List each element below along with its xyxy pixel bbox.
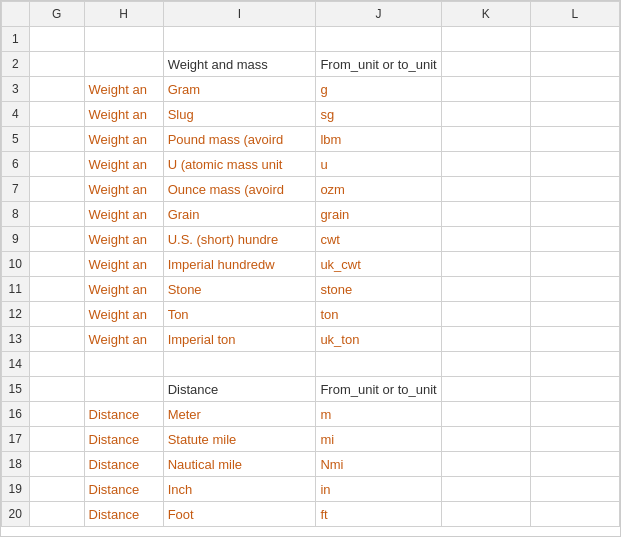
table-row[interactable]: 11Weight anStonestone bbox=[2, 277, 620, 302]
cell-g[interactable] bbox=[29, 252, 84, 277]
table-row[interactable]: 5Weight anPound mass (avoirdlbm bbox=[2, 127, 620, 152]
cell-l[interactable] bbox=[530, 127, 619, 152]
cell-g[interactable] bbox=[29, 502, 84, 527]
cell-i[interactable]: U.S. (short) hundre bbox=[163, 227, 316, 252]
table-row[interactable]: 20DistanceFootft bbox=[2, 502, 620, 527]
cell-l[interactable] bbox=[530, 277, 619, 302]
cell-i[interactable]: Ounce mass (avoird bbox=[163, 177, 316, 202]
table-row[interactable]: 14 bbox=[2, 352, 620, 377]
cell-i[interactable]: Slug bbox=[163, 102, 316, 127]
cell-l[interactable] bbox=[530, 152, 619, 177]
cell-k[interactable] bbox=[441, 227, 530, 252]
table-row[interactable]: 8Weight anGraingrain bbox=[2, 202, 620, 227]
table-row[interactable]: 17DistanceStatute milemi bbox=[2, 427, 620, 452]
cell-i[interactable]: Pound mass (avoird bbox=[163, 127, 316, 152]
cell-h[interactable]: Distance bbox=[84, 502, 163, 527]
cell-i[interactable]: Imperial ton bbox=[163, 327, 316, 352]
cell-h[interactable]: Weight an bbox=[84, 77, 163, 102]
table-row[interactable]: 4Weight anSlugsg bbox=[2, 102, 620, 127]
cell-j[interactable]: ft bbox=[316, 502, 441, 527]
cell-l[interactable] bbox=[530, 202, 619, 227]
cell-l[interactable] bbox=[530, 427, 619, 452]
cell-j[interactable]: g bbox=[316, 77, 441, 102]
cell-k[interactable] bbox=[441, 302, 530, 327]
cell-h[interactable] bbox=[84, 52, 163, 77]
cell-h[interactable]: Distance bbox=[84, 477, 163, 502]
cell-h[interactable]: Distance bbox=[84, 402, 163, 427]
cell-k[interactable] bbox=[441, 427, 530, 452]
cell-h[interactable]: Weight an bbox=[84, 102, 163, 127]
cell-g[interactable] bbox=[29, 427, 84, 452]
cell-i[interactable]: Ton bbox=[163, 302, 316, 327]
cell-l[interactable] bbox=[530, 327, 619, 352]
cell-k[interactable] bbox=[441, 402, 530, 427]
cell-g[interactable] bbox=[29, 77, 84, 102]
cell-l[interactable] bbox=[530, 177, 619, 202]
cell-l[interactable] bbox=[530, 77, 619, 102]
cell-k[interactable] bbox=[441, 52, 530, 77]
table-row[interactable]: 2Weight and massFrom_unit or to_unit bbox=[2, 52, 620, 77]
cell-h[interactable]: Weight an bbox=[84, 302, 163, 327]
cell-k[interactable] bbox=[441, 377, 530, 402]
cell-h[interactable]: Weight an bbox=[84, 127, 163, 152]
cell-i[interactable]: Statute mile bbox=[163, 427, 316, 452]
cell-h[interactable]: Weight an bbox=[84, 227, 163, 252]
cell-h[interactable] bbox=[84, 377, 163, 402]
cell-k[interactable] bbox=[441, 502, 530, 527]
cell-i[interactable]: Distance bbox=[163, 377, 316, 402]
table-row[interactable]: 6Weight anU (atomic mass unitu bbox=[2, 152, 620, 177]
cell-g[interactable] bbox=[29, 302, 84, 327]
cell-k[interactable] bbox=[441, 77, 530, 102]
cell-h[interactable]: Distance bbox=[84, 427, 163, 452]
cell-h[interactable] bbox=[84, 27, 163, 52]
cell-k[interactable] bbox=[441, 277, 530, 302]
table-row[interactable]: 15DistanceFrom_unit or to_unit bbox=[2, 377, 620, 402]
cell-l[interactable] bbox=[530, 402, 619, 427]
cell-g[interactable] bbox=[29, 277, 84, 302]
cell-k[interactable] bbox=[441, 327, 530, 352]
cell-i[interactable]: Meter bbox=[163, 402, 316, 427]
cell-g[interactable] bbox=[29, 127, 84, 152]
cell-i[interactable]: Inch bbox=[163, 477, 316, 502]
col-header-k[interactable]: K bbox=[441, 2, 530, 27]
cell-j[interactable]: From_unit or to_unit bbox=[316, 52, 441, 77]
cell-j[interactable]: ton bbox=[316, 302, 441, 327]
cell-h[interactable]: Weight an bbox=[84, 202, 163, 227]
cell-j[interactable]: ozm bbox=[316, 177, 441, 202]
cell-k[interactable] bbox=[441, 352, 530, 377]
cell-l[interactable] bbox=[530, 352, 619, 377]
table-row[interactable]: 7Weight anOunce mass (avoirdozm bbox=[2, 177, 620, 202]
cell-g[interactable] bbox=[29, 202, 84, 227]
cell-j[interactable]: u bbox=[316, 152, 441, 177]
cell-k[interactable] bbox=[441, 252, 530, 277]
cell-l[interactable] bbox=[530, 102, 619, 127]
cell-g[interactable] bbox=[29, 377, 84, 402]
table-row[interactable]: 10Weight anImperial hundredwuk_cwt bbox=[2, 252, 620, 277]
table-row[interactable]: 1 bbox=[2, 27, 620, 52]
table-row[interactable]: 9Weight anU.S. (short) hundrecwt bbox=[2, 227, 620, 252]
cell-l[interactable] bbox=[530, 227, 619, 252]
col-header-j[interactable]: J bbox=[316, 2, 441, 27]
cell-j[interactable]: grain bbox=[316, 202, 441, 227]
cell-g[interactable] bbox=[29, 352, 84, 377]
cell-j[interactable] bbox=[316, 27, 441, 52]
cell-i[interactable]: Gram bbox=[163, 77, 316, 102]
table-row[interactable]: 18DistanceNautical mileNmi bbox=[2, 452, 620, 477]
cell-h[interactable]: Distance bbox=[84, 452, 163, 477]
cell-i[interactable] bbox=[163, 352, 316, 377]
cell-l[interactable] bbox=[530, 252, 619, 277]
cell-i[interactable]: Weight and mass bbox=[163, 52, 316, 77]
cell-k[interactable] bbox=[441, 477, 530, 502]
cell-h[interactable]: Weight an bbox=[84, 252, 163, 277]
cell-j[interactable]: in bbox=[316, 477, 441, 502]
cell-h[interactable] bbox=[84, 352, 163, 377]
cell-g[interactable] bbox=[29, 452, 84, 477]
cell-j[interactable]: lbm bbox=[316, 127, 441, 152]
cell-j[interactable]: uk_ton bbox=[316, 327, 441, 352]
cell-i[interactable] bbox=[163, 27, 316, 52]
cell-g[interactable] bbox=[29, 152, 84, 177]
cell-l[interactable] bbox=[530, 52, 619, 77]
cell-j[interactable]: uk_cwt bbox=[316, 252, 441, 277]
cell-g[interactable] bbox=[29, 27, 84, 52]
cell-k[interactable] bbox=[441, 177, 530, 202]
